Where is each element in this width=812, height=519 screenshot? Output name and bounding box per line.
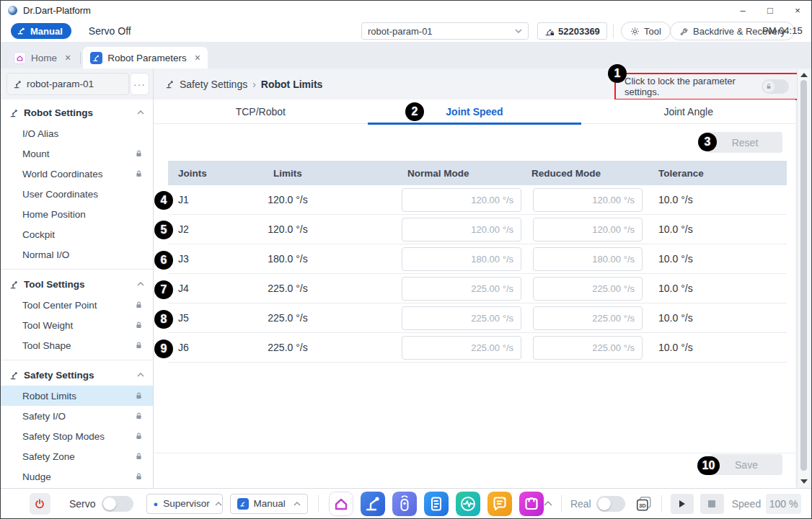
normal-mode-input[interactable] xyxy=(402,247,521,271)
role-select[interactable]: ● Supervisor xyxy=(146,494,223,514)
mode-select[interactable]: Manual xyxy=(230,494,309,514)
tab-tcp-robot[interactable]: TCP/Robot xyxy=(154,99,368,123)
tab-robot-parameters-close-icon[interactable]: × xyxy=(195,52,200,63)
servo-toggle[interactable] xyxy=(102,496,133,512)
sidebar-item-label: Mount xyxy=(22,148,50,159)
sidebar-item-nudge[interactable]: Nudge xyxy=(1,466,153,487)
manual-mode-button[interactable]: Manual xyxy=(11,23,71,39)
normal-mode-input[interactable] xyxy=(402,218,521,241)
reduced-mode-input[interactable] xyxy=(533,306,643,330)
sidebar-item-normal-i-o[interactable]: Normal I/O xyxy=(1,244,153,265)
save-button[interactable]: Save xyxy=(710,454,782,475)
sidebar-item-tool-weight[interactable]: Tool Weight xyxy=(1,315,153,335)
limit-value: 225.0 °/s xyxy=(240,312,335,324)
tab-separator xyxy=(80,52,81,63)
sidebar-item-world-coordinates[interactable]: World Coordinates xyxy=(1,164,153,184)
close-button[interactable]: × xyxy=(784,1,811,20)
store-app-icon[interactable] xyxy=(519,492,544,516)
normal-mode-input[interactable] xyxy=(402,188,521,212)
reduced-mode-input[interactable] xyxy=(533,336,643,360)
sidebar-section-tool-settings[interactable]: Tool Settings xyxy=(1,273,153,295)
limit-value: 225.0 °/s xyxy=(240,283,335,294)
remote-control-app-icon[interactable] xyxy=(392,492,417,516)
col-header-normal: Normal Mode xyxy=(335,168,521,179)
minimize-button[interactable]: – xyxy=(729,1,756,20)
unlock-icon xyxy=(763,81,775,92)
sidebar-item-home-position[interactable]: Home Position xyxy=(1,204,153,224)
normal-mode-input[interactable] xyxy=(402,277,521,301)
vertical-scrollbar[interactable] xyxy=(797,70,809,487)
gear-icon xyxy=(630,27,640,36)
robot-icon xyxy=(9,108,19,117)
reduced-mode-input[interactable] xyxy=(533,218,643,241)
limit-value: 120.0 °/s xyxy=(240,194,335,205)
reset-button[interactable]: Reset xyxy=(707,132,782,153)
chevron-up-icon[interactable] xyxy=(137,282,144,286)
sidebar-item-user-coordinates[interactable]: User Coordinates xyxy=(1,184,153,204)
tab-joint-speed[interactable]: Joint Speed xyxy=(368,99,582,123)
scroll-up-icon[interactable] xyxy=(800,73,808,77)
tab-robot-parameters[interactable]: Robot Parameters × xyxy=(83,47,208,68)
normal-mode-input[interactable] xyxy=(402,336,521,360)
sidebar-item-mount[interactable]: Mount xyxy=(1,143,153,164)
annotation-badge-9: 9 xyxy=(154,340,173,358)
real-toggle[interactable] xyxy=(596,496,625,512)
sidebar-item-robot-limits[interactable]: Robot Limits xyxy=(1,386,153,406)
tab-home-close-icon[interactable]: × xyxy=(65,52,71,63)
speed-value[interactable]: 100 % xyxy=(766,494,801,514)
home-app-icon[interactable] xyxy=(329,492,353,516)
chevron-up-icon[interactable] xyxy=(137,110,144,115)
sidebar-more-button[interactable]: ··· xyxy=(130,73,149,95)
document-tabstrip: Home × Robot Parameters × xyxy=(1,42,811,68)
sidebar-section-safety-settings[interactable]: Safety Settings xyxy=(1,364,153,386)
tab-home[interactable]: Home × xyxy=(6,47,78,68)
robot-arm-icon xyxy=(17,27,26,36)
task-writer-app-icon[interactable] xyxy=(424,492,449,516)
home-icon xyxy=(14,52,26,64)
maximize-button[interactable]: □ xyxy=(756,1,784,20)
joint-speed-table: Joints Limits Normal Mode Reduced Mode T… xyxy=(168,161,787,363)
lock-icon xyxy=(135,341,143,350)
sidebar-item-safety-i-o[interactable]: Safety I/O xyxy=(1,406,153,426)
param-file-select[interactable]: robot-param-01 xyxy=(361,22,529,40)
viewer-3d-button[interactable]: 3D xyxy=(635,495,653,513)
sidebar-item-tool-shape[interactable]: Tool Shape xyxy=(1,335,153,355)
reduced-mode-input[interactable] xyxy=(533,247,643,271)
tab-joint-angle[interactable]: Joint Angle xyxy=(581,99,795,123)
reduced-mode-input[interactable] xyxy=(533,277,643,301)
sidebar-section-robot-settings[interactable]: Robot Settings xyxy=(1,102,153,123)
sidebar-item-safety-zone[interactable]: Safety Zone xyxy=(1,446,153,466)
annotation-badge-5: 5 xyxy=(154,221,173,239)
sidebar-sections: Robot Settings I/O Alias Mount World Coo… xyxy=(1,99,153,487)
dock-collapse-icon[interactable] xyxy=(544,501,552,506)
message-app-icon[interactable] xyxy=(487,492,512,516)
breadcrumb-parent[interactable]: Safety Settings xyxy=(180,79,247,90)
chevron-up-icon[interactable] xyxy=(137,373,144,377)
play-button[interactable] xyxy=(671,494,694,514)
power-button[interactable] xyxy=(30,493,50,515)
servo-status-text: Servo Off xyxy=(89,25,131,37)
lock-parameters-toggle[interactable] xyxy=(762,79,789,94)
app-logo-icon xyxy=(8,6,17,15)
sidebar-item-label: Normal I/O xyxy=(22,249,69,260)
monitoring-app-icon[interactable] xyxy=(456,492,480,516)
annotation-badge-4: 4 xyxy=(154,191,173,210)
sidebar-item-label: Tool Weight xyxy=(22,320,73,331)
status-bar: Servo ● Supervisor Manual Real 3D Speed … xyxy=(1,488,811,518)
robot-serial-box[interactable]: 52203369 xyxy=(537,22,607,40)
sidebar-param-name[interactable]: robot-param-01 xyxy=(6,73,129,95)
sidebar-section-title: Robot Settings xyxy=(24,107,93,118)
sidebar-item-safety-stop-modes[interactable]: Safety Stop Modes xyxy=(1,426,153,446)
robot-settings-app-icon[interactable] xyxy=(361,492,385,516)
table-row: J1 120.0 °/s 10.0 °/s xyxy=(168,185,787,215)
reduced-mode-input[interactable] xyxy=(533,188,643,212)
stop-button[interactable] xyxy=(700,494,724,514)
normal-mode-input[interactable] xyxy=(402,306,521,330)
scroll-down-icon[interactable] xyxy=(800,479,808,484)
tool-button[interactable]: Tool xyxy=(621,22,671,40)
wrench-icon xyxy=(679,27,689,36)
sidebar-item-i-o-alias[interactable]: I/O Alias xyxy=(1,123,153,143)
scrollbar-thumb[interactable] xyxy=(800,80,807,471)
sidebar-item-tool-center-point[interactable]: Tool Center Point xyxy=(1,295,153,315)
sidebar-item-cockpit[interactable]: Cockpit xyxy=(1,224,153,244)
